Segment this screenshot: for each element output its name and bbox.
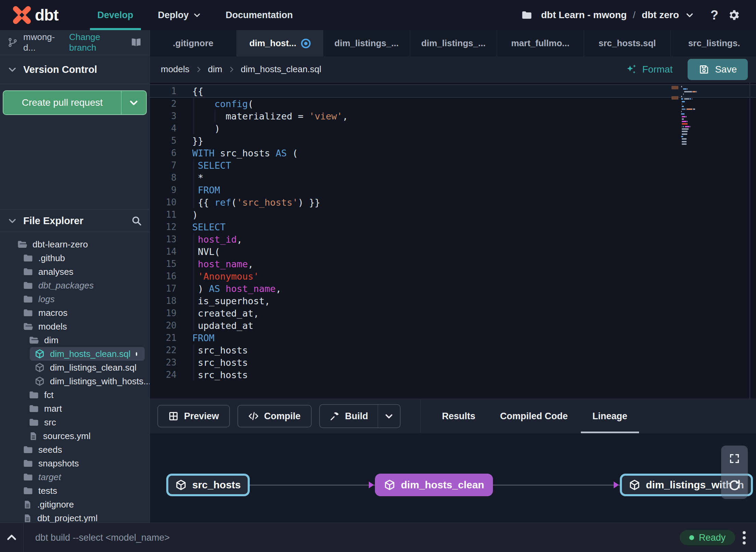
code-line-21[interactable]: 21FROM	[150, 332, 756, 344]
pr-dropdown-button[interactable]	[121, 91, 146, 114]
editor-tab-src-hosts-sql[interactable]: src_hosts.sql	[584, 30, 671, 56]
code-line-10[interactable]: 10 {{ ref('src_hosts') }}	[150, 196, 756, 208]
file-tree-item--gitignore[interactable]: .gitignore	[0, 498, 149, 511]
code-line-1[interactable]: 1{{	[150, 85, 756, 98]
editor-tab--gitignore[interactable]: .gitignore	[150, 30, 237, 56]
refresh-icon[interactable]	[728, 478, 741, 492]
file-label: logs	[38, 294, 55, 305]
code-line-6[interactable]: 6WITH src_hosts AS (	[150, 147, 756, 159]
minimap[interactable]	[681, 86, 713, 146]
file-tree-item-target[interactable]: target	[0, 470, 149, 484]
code-line-20[interactable]: 20 updated_at	[150, 319, 756, 332]
nav-item-documentation[interactable]: Documentation	[213, 0, 305, 30]
change-branch-link[interactable]: Change branch	[69, 32, 125, 53]
panel-tab-compiled-code[interactable]: Compiled Code	[488, 399, 580, 433]
minimap-line	[681, 88, 713, 90]
search-icon[interactable]	[131, 215, 142, 226]
file-tree-item-dim-listings-clean-sql[interactable]: dim_listings_clean.sql	[0, 361, 149, 374]
nav-item-deploy[interactable]: Deploy	[146, 0, 213, 30]
file-tree-item-fct[interactable]: fct	[0, 388, 149, 402]
code-line-19[interactable]: 19 created_at,	[150, 307, 756, 319]
code-line-18[interactable]: 18 is_superhost,	[150, 295, 756, 307]
file-label: sources.yml	[43, 431, 91, 441]
fullscreen-icon[interactable]	[729, 453, 740, 464]
code-line-4[interactable]: 4 )	[150, 122, 756, 134]
save-button[interactable]: Save	[688, 59, 748, 80]
file-explorer-header[interactable]: File Explorer	[0, 209, 149, 232]
file-tree-item-src[interactable]: src	[0, 415, 149, 429]
kebab-menu-icon[interactable]	[743, 531, 746, 544]
dbt-logo[interactable]: dbt	[12, 5, 58, 25]
lineage-graph[interactable]: src_hostsdim_hosts_cleandim_listings_wit…	[150, 433, 756, 523]
editor-tab-dim-host-[interactable]: dim_host...	[237, 30, 323, 56]
code-line-16[interactable]: 16 'Anonymous'	[150, 270, 756, 282]
code-line-5[interactable]: 5}}	[150, 134, 756, 147]
panel-tab-lineage[interactable]: Lineage	[580, 399, 640, 433]
file-tree-item-seeds[interactable]: seeds	[0, 443, 149, 457]
code-line-8[interactable]: 8 *	[150, 171, 756, 184]
file-tree-item-dbt-packages[interactable]: dbt_packages	[0, 279, 149, 292]
tab-label: Results	[442, 411, 475, 422]
file-label: dim_listings_clean.sql	[50, 362, 136, 373]
file-tree-item-models[interactable]: models	[0, 320, 149, 333]
create-pull-request-label[interactable]: Create pull request	[3, 91, 121, 114]
breadcrumb-item[interactable]: dim_hosts_clean.sql	[241, 64, 322, 75]
code-line-12[interactable]: 12SELECT	[150, 221, 756, 233]
file-tree-item-dim-hosts-clean-sql[interactable]: dim_hosts_clean.sql	[30, 347, 145, 361]
code-line-24[interactable]: 24 src_hosts	[150, 369, 756, 381]
code-line-3[interactable]: 3 materialized = 'view',	[150, 110, 756, 122]
preview-button[interactable]: Preview	[157, 405, 230, 427]
editor-tab-mart-fullmo-[interactable]: mart_fullmo...	[497, 30, 584, 56]
format-button[interactable]: Format	[626, 64, 673, 75]
docs-book-icon[interactable]	[130, 37, 142, 48]
code-line-11[interactable]: 11)	[150, 208, 756, 221]
lineage-edge	[485, 485, 625, 486]
code-line-14[interactable]: 14 NVL(	[150, 245, 756, 258]
build-split-button[interactable]: Build	[319, 404, 401, 428]
code-line-7[interactable]: 7 SELECT	[150, 159, 756, 171]
file-tree-item--github[interactable]: .github	[0, 251, 149, 265]
file-tree-item-dim-listings-with-hosts-[interactable]: dim_listings_with_hosts...	[0, 374, 149, 388]
breadcrumb-item[interactable]: models	[161, 64, 190, 75]
file-tree-item-dbt-learn-zero[interactable]: dbt-learn-zero	[0, 238, 149, 251]
file-tree-item-dim[interactable]: dim	[0, 333, 149, 347]
compile-button[interactable]: Compile	[237, 405, 312, 427]
create-pull-request-button[interactable]: Create pull request	[3, 90, 147, 115]
lineage-node-src_hosts[interactable]: src_hosts	[166, 474, 250, 496]
editor-tab-src-listings-[interactable]: src_listings.	[671, 30, 756, 56]
code-line-2[interactable]: 2 config(	[150, 98, 756, 110]
build-dropdown-button[interactable]	[378, 405, 400, 427]
file-tree-item-mart[interactable]: mart	[0, 402, 149, 415]
line-number: 12	[150, 222, 177, 232]
code-line-13[interactable]: 13 host_id,	[150, 233, 756, 245]
code-line-23[interactable]: 23 src_hosts	[150, 356, 756, 369]
gear-icon[interactable]	[727, 9, 740, 22]
project-breadcrumb[interactable]: dbt Learn - mwong / dbt zero	[541, 10, 694, 21]
editor-tab-dim-listings-[interactable]: dim_listings_...	[410, 30, 497, 56]
editor-tab-dim-listings-[interactable]: dim_listings_...	[323, 30, 410, 56]
file-tree-item-tests[interactable]: tests	[0, 484, 149, 498]
lineage-node-dim_hosts_clean[interactable]: dim_hosts_clean	[375, 474, 493, 496]
line-number: 22	[150, 345, 177, 355]
breadcrumb-item[interactable]: dim	[208, 64, 222, 75]
nav-item-develop[interactable]: Develop	[85, 0, 146, 30]
code-line-17[interactable]: 17 ) AS host_name,	[150, 282, 756, 295]
help-icon[interactable]: ?	[711, 8, 718, 23]
top-navbar: dbt Develop Deploy Documentation dbt Lea…	[0, 0, 756, 30]
code-line-9[interactable]: 9 FROM	[150, 184, 756, 196]
file-tree-item-macros[interactable]: macros	[0, 306, 149, 320]
expand-panel-button[interactable]	[0, 531, 23, 544]
version-control-header[interactable]: Version Control	[0, 55, 149, 84]
file-tree-item-sources-yml[interactable]: sources.yml	[0, 429, 149, 443]
file-tree-item-logs[interactable]: logs	[0, 292, 149, 306]
code-line-15[interactable]: 15 host_name,	[150, 258, 756, 270]
edge-arrow-icon	[614, 482, 619, 488]
code-line-22[interactable]: 22 src_hosts	[150, 344, 756, 356]
build-button[interactable]: Build	[320, 405, 378, 427]
command-input[interactable]: dbt build --select <model_name>	[35, 532, 170, 543]
code-editor[interactable]: 1{{2 config(3 materialized = 'view',4 )5…	[150, 82, 756, 399]
file-tree-item-analyses[interactable]: analyses	[0, 265, 149, 279]
panel-tab-results[interactable]: Results	[430, 399, 488, 433]
file-tree-item-snapshots[interactable]: snapshots	[0, 457, 149, 470]
file-tree-item-dbt-project-yml[interactable]: dbt_project.yml	[0, 511, 149, 523]
